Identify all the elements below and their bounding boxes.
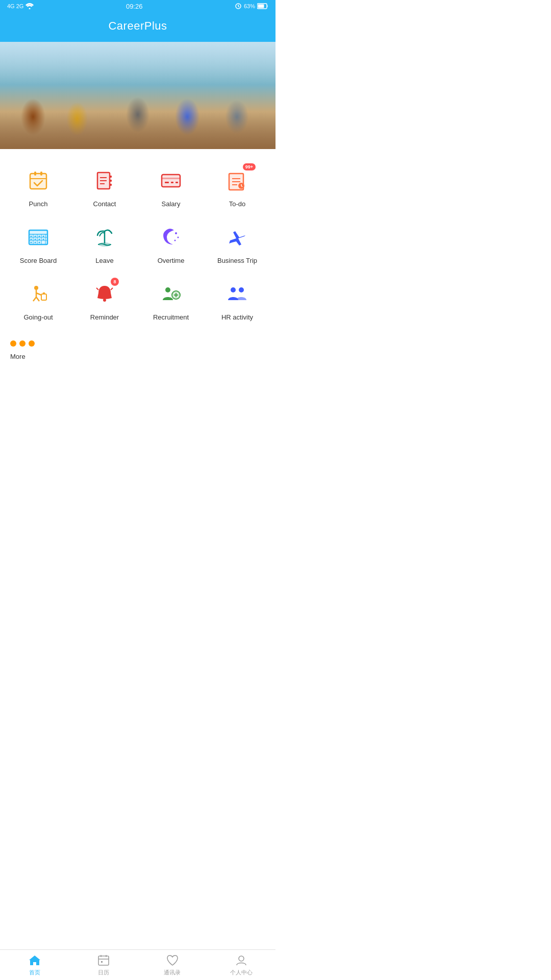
svg-point-57 (174, 240, 176, 241)
dot-2 (19, 340, 26, 347)
businesstrip-icon (226, 226, 248, 249)
scoreboard-label: Score Board (20, 257, 57, 264)
overtime-icon-wrapper (156, 222, 186, 253)
svg-rect-9 (40, 172, 42, 176)
wifi-icon (26, 3, 34, 9)
svg-rect-63 (41, 294, 46, 300)
todo-icon-wrapper: 99+ (222, 165, 253, 196)
leave-icon-wrapper (89, 222, 120, 253)
banner-placeholder (0, 42, 276, 149)
svg-rect-22 (165, 182, 169, 183)
svg-point-75 (239, 287, 244, 292)
todo-icon-item[interactable]: 99+ To-do (204, 158, 270, 215)
punch-icon (27, 169, 49, 192)
svg-rect-13 (110, 176, 112, 178)
salary-icon (160, 169, 182, 192)
more-item[interactable]: More (0, 328, 69, 368)
svg-point-44 (39, 236, 40, 237)
status-bar: 4G 2G 09:26 63% (0, 0, 276, 12)
leave-icon (93, 226, 116, 249)
svg-line-60 (36, 293, 41, 295)
contact-label: Contact (93, 200, 116, 208)
overtime-label: Overtime (158, 257, 185, 264)
svg-rect-8 (34, 172, 36, 176)
businesstrip-icon-item[interactable]: Business Trip (204, 215, 270, 272)
svg-point-58 (34, 286, 38, 290)
salary-label: Salary (162, 200, 181, 208)
svg-rect-14 (110, 180, 112, 182)
leave-icon-item[interactable]: Leave (71, 215, 138, 272)
recruitment-icon-wrapper (156, 279, 186, 309)
svg-rect-15 (110, 184, 112, 186)
contact-icon-wrapper (89, 165, 120, 196)
businesstrip-icon-wrapper (222, 222, 253, 253)
goingout-icon (27, 283, 49, 305)
svg-point-55 (175, 232, 177, 234)
contact-icon-item[interactable]: Contact (71, 158, 138, 215)
svg-line-62 (36, 297, 39, 301)
reminder-icon-item[interactable]: 8 Reminder (71, 272, 138, 328)
recruitment-label: Recruitment (153, 313, 189, 321)
scoreboard-icon-item[interactable]: Score Board (5, 215, 71, 272)
contact-icon (93, 169, 116, 192)
punch-icon-item[interactable]: Punch (5, 158, 71, 215)
reminder-icon (93, 283, 116, 305)
todo-label: To-do (229, 200, 246, 208)
dot-1 (10, 340, 16, 347)
banner-image (0, 42, 276, 149)
reminder-icon-wrapper: 8 (89, 279, 120, 309)
icon-grid: Punch Contact (0, 149, 276, 328)
dot-3 (29, 340, 35, 347)
svg-rect-21 (162, 178, 180, 179)
svg-point-46 (31, 239, 32, 240)
svg-point-69 (165, 287, 170, 292)
svg-rect-24 (176, 182, 178, 183)
punch-label: Punch (29, 200, 48, 208)
svg-line-68 (111, 288, 113, 290)
battery-text: 63% (244, 3, 255, 9)
battery-icon (257, 3, 268, 9)
more-label: More (10, 353, 26, 360)
hractivity-icon-item[interactable]: HR activity (204, 272, 270, 328)
reminder-label: Reminder (90, 313, 119, 321)
status-battery: 63% (235, 3, 268, 9)
svg-rect-19 (162, 175, 180, 187)
recruitment-icon (160, 283, 182, 305)
reminder-badge: 8 (111, 278, 119, 286)
svg-point-48 (39, 239, 40, 240)
svg-point-45 (43, 236, 44, 237)
goingout-label: Going-out (23, 313, 53, 321)
svg-point-56 (178, 237, 179, 238)
scoreboard-icon (27, 226, 49, 249)
salary-icon-wrapper (156, 165, 186, 196)
clock-icon (235, 3, 242, 9)
app-header: CareerPlus (0, 12, 276, 42)
goingout-icon-item[interactable]: Going-out (5, 272, 71, 328)
salary-icon-item[interactable]: Salary (138, 158, 204, 215)
svg-point-52 (39, 242, 40, 243)
svg-line-67 (96, 288, 98, 290)
punch-icon-wrapper (23, 165, 54, 196)
todo-icon (226, 169, 248, 192)
leave-label: Leave (95, 257, 113, 264)
overtime-icon (160, 226, 182, 249)
svg-point-66 (103, 299, 106, 302)
overtime-icon-item[interactable]: Overtime (138, 215, 204, 272)
svg-rect-5 (258, 5, 264, 8)
svg-point-49 (43, 239, 44, 240)
recruitment-icon-item[interactable]: Recruitment (138, 272, 204, 328)
svg-line-3 (238, 6, 239, 7)
svg-point-47 (35, 239, 36, 240)
status-time: 09:26 (126, 3, 143, 10)
svg-point-51 (35, 242, 36, 243)
todo-badge: 99+ (243, 163, 256, 170)
more-dots (10, 335, 35, 349)
svg-point-42 (31, 236, 32, 237)
businesstrip-label: Business Trip (217, 257, 257, 264)
svg-point-0 (29, 8, 31, 10)
goingout-icon-wrapper (23, 279, 54, 309)
hractivity-icon (226, 283, 248, 305)
svg-rect-6 (30, 174, 46, 189)
status-signal: 4G 2G (7, 3, 34, 9)
app-title: CareerPlus (0, 19, 276, 33)
